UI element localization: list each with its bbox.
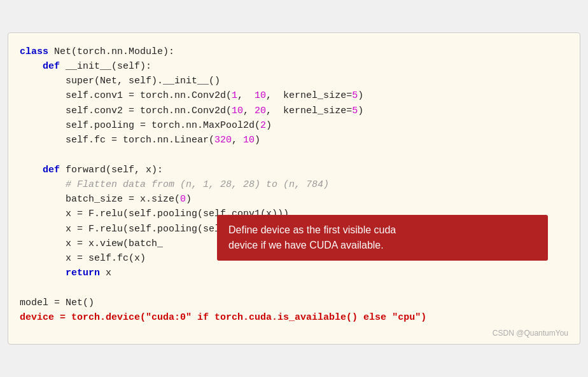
code-line-1: class Net(torch.nn.Module): — [20, 45, 568, 59]
code-block: class Net(torch.nn.Module): def __init__… — [20, 45, 568, 326]
watermark: CSDN @QuantumYou — [20, 329, 568, 338]
code-line-2: def __init__(self): — [20, 59, 568, 74]
tooltip-line1: Define device as the first visible cuda — [228, 224, 396, 235]
code-line-8 — [20, 147, 568, 162]
code-line-9: def forward(self, x): — [20, 163, 568, 177]
code-line-6: self.pooling = torch.nn.MaxPool2d(2) — [20, 118, 568, 133]
code-line-7: self.fc = torch.nn.Linear(320, 10) — [20, 133, 568, 147]
code-line-11: batch_size = x.size(0) — [20, 192, 568, 207]
code-line-19: device = torch.device("cuda:0" if torch.… — [20, 310, 568, 325]
code-line-16: return x — [20, 266, 568, 280]
tooltip-line2: device if we have CUDA available. — [228, 240, 384, 250]
code-line-4: self.conv1 = torch.nn.Conv2d(1, 10, kern… — [20, 88, 568, 103]
code-container: class Net(torch.nn.Module): def __init__… — [8, 32, 580, 345]
code-line-10: # Flatten data from (n, 1, 28, 28) to (n… — [20, 177, 568, 192]
code-line-18: model = Net() — [20, 296, 568, 310]
tooltip: Define device as the first visible cuda … — [217, 215, 548, 261]
code-line-3: super(Net, self).__init__() — [20, 74, 568, 88]
code-line-17 — [20, 281, 568, 296]
code-line-5: self.conv2 = torch.nn.Conv2d(10, 20, ker… — [20, 104, 568, 118]
